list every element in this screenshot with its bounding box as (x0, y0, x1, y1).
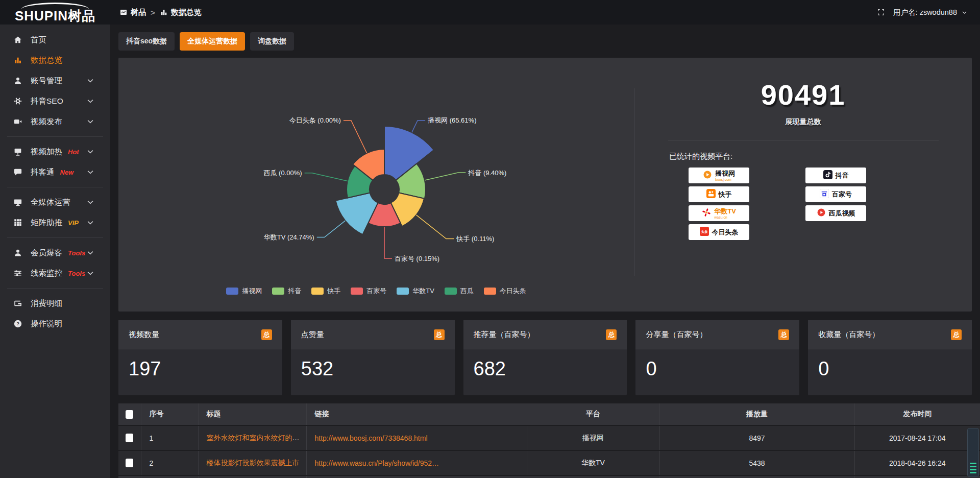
sidebar-item-label: 线索监控 (31, 268, 62, 279)
total-impressions-value: 90491 (761, 78, 846, 111)
sidebar: 首页数据总览账号管理抖音SEO视频发布视频加热Hot抖客通New全媒体运营矩阵助… (0, 25, 110, 478)
stat-cards-row: 视频数量总197点赞量总532推荐量（百家号）总682分享量（百家号）总0收藏量… (118, 320, 972, 395)
grid-icon (13, 218, 22, 227)
platform-logo-百家号[interactable]: 百家号 (805, 186, 866, 202)
topbar: SHUPIN树品 树品>数据总览 用户名: zswodun88 (0, 0, 980, 25)
chevron-down-icon[interactable] (961, 9, 968, 16)
total-badge[interactable]: 总 (434, 329, 445, 340)
legend-label: 华数TV (412, 286, 434, 296)
chevron-down-icon[interactable] (86, 198, 95, 207)
widget-bar (970, 463, 976, 464)
legend-item-抖音[interactable]: 抖音 (272, 286, 301, 296)
row-checkbox[interactable] (126, 459, 133, 467)
video-title-link[interactable]: 室外水纹灯和室内水纹灯的区别和简介 (207, 434, 307, 442)
breadcrumb-item[interactable]: 树品 (119, 8, 146, 17)
platform-logo-播视网[interactable]: 播视网boosj.com (689, 168, 749, 183)
sidebar-item-video-heat[interactable]: 视频加热Hot (0, 141, 110, 162)
sidebar-item-media-ops[interactable]: 全媒体运营 (0, 192, 110, 212)
sidebar-item-badge: Hot (68, 148, 79, 156)
video-url-link[interactable]: http://www.boosj.com/7338468.html (315, 434, 428, 442)
pie-label-line (344, 121, 367, 153)
app-root: SHUPIN树品 树品>数据总览 用户名: zswodun88 首页数据总览账号… (0, 0, 980, 478)
breadcrumb-label: 树品 (131, 8, 146, 17)
sidebar-item-label: 视频发布 (31, 116, 62, 127)
total-badge[interactable]: 总 (778, 329, 789, 340)
sidebar-item-leads-monitor[interactable]: 线索监控Tools (0, 263, 110, 283)
col-header[interactable]: 标题 (198, 403, 306, 425)
tab-media-ops-data[interactable]: 全媒体运营数据 (180, 32, 245, 51)
legend-swatch (397, 288, 409, 295)
pie-slice-华数TV[interactable] (336, 193, 378, 235)
legend-item-播视网[interactable]: 播视网 (226, 286, 262, 296)
gear-icon (13, 97, 22, 106)
sidebar-item-video-publish[interactable]: 视频发布 (0, 111, 110, 132)
app-logo[interactable]: SHUPIN树品 (0, 2, 110, 23)
chevron-down-icon[interactable] (86, 147, 95, 156)
chevron-down-icon[interactable] (86, 76, 95, 85)
total-badge[interactable]: 总 (606, 329, 617, 340)
col-header[interactable]: 序号 (141, 403, 198, 425)
platform-logo-华数TV[interactable]: 华数TVwasu.cn (689, 205, 749, 221)
sidebar-item-account-manage[interactable]: 账号管理 (0, 70, 110, 91)
pie-label-line (425, 173, 465, 180)
stat-card-title: 收藏量（百家号） (818, 330, 879, 340)
bar-chart-icon (13, 56, 22, 65)
sidebar-item-member-burst[interactable]: 会员爆客Tools (0, 243, 110, 263)
video-title-link[interactable]: 楼体投影灯投影效果震撼上市 (207, 459, 300, 467)
cell-time: 2018-04-26 16:24 (854, 450, 980, 475)
platform-logo-今日头条[interactable]: 头条今日头条 (689, 224, 749, 240)
sidebar-item-label: 账号管理 (31, 76, 62, 86)
stat-card-header: 点赞量总 (291, 320, 455, 349)
chevron-down-icon[interactable] (86, 117, 95, 126)
sidebar-item-help[interactable]: ?操作说明 (0, 314, 110, 334)
sidebar-item-douketong[interactable]: 抖客通New (0, 162, 110, 182)
sidebar-item-data-overview[interactable]: 数据总览 (0, 50, 110, 70)
chevron-down-icon[interactable] (86, 168, 95, 177)
floating-widget[interactable] (967, 428, 979, 477)
pie-label-line (384, 227, 392, 258)
platform-name: 播视网 (715, 170, 735, 177)
legend-item-今日头条[interactable]: 今日头条 (484, 286, 526, 296)
stat-card-title: 推荐量（百家号） (474, 330, 535, 340)
select-all-checkbox[interactable] (126, 410, 133, 419)
row-checkbox[interactable] (126, 434, 133, 442)
tab-douyin-seo-data[interactable]: 抖音seo数据 (118, 32, 175, 51)
total-badge[interactable]: 总 (261, 329, 272, 340)
sidebar-item-label: 视频加热 (31, 147, 62, 157)
fullscreen-icon[interactable] (877, 8, 885, 16)
total-impressions-label: 展现量总数 (786, 117, 821, 127)
platform-glyph (817, 208, 826, 219)
sidebar-item-home[interactable]: 首页 (0, 30, 110, 50)
col-header[interactable]: 播放量 (659, 403, 854, 425)
chevron-down-icon[interactable] (86, 248, 95, 257)
legend-item-快手[interactable]: 快手 (311, 286, 340, 296)
tab-inquiry-data[interactable]: 询盘数据 (250, 32, 294, 51)
col-header[interactable]: 链接 (306, 403, 527, 425)
sidebar-item-badge: Tools (68, 270, 85, 277)
chevron-down-icon[interactable] (86, 218, 95, 227)
home-icon (13, 35, 22, 44)
logo-text-cn: 树品 (68, 8, 95, 23)
total-badge[interactable]: 总 (951, 329, 962, 340)
breadcrumb-separator: > (151, 8, 155, 17)
sidebar-item-spend-detail[interactable]: 消费明细 (0, 293, 110, 314)
chevron-down-icon[interactable] (86, 97, 95, 106)
legend-item-百家号[interactable]: 百家号 (351, 286, 386, 296)
platform-logo-抖音[interactable]: 抖音 (805, 168, 866, 183)
member-icon (13, 248, 22, 257)
platform-name: 百家号 (832, 191, 852, 198)
legend-item-西瓜[interactable]: 西瓜 (445, 286, 474, 296)
rose-pie-chart[interactable]: 播视网 (65.61%)抖音 (9.40%)快手 (0.11%)百家号 (0.1… (118, 58, 634, 312)
platform-logo-快手[interactable]: 快手 (689, 186, 749, 202)
col-header[interactable]: 平台 (527, 403, 659, 425)
sidebar-item-matrix-boost[interactable]: 矩阵助推VIP (0, 212, 110, 233)
col-header[interactable]: 发布时间 (854, 403, 980, 425)
breadcrumb-item[interactable]: 数据总览 (160, 8, 202, 17)
platform-logo-西瓜视频[interactable]: 西瓜视频 (805, 205, 866, 221)
username-label[interactable]: 用户名: zswodun88 (893, 8, 957, 17)
sidebar-item-douyin-seo[interactable]: 抖音SEO (0, 91, 110, 111)
platform-glyph (706, 189, 716, 200)
chevron-down-icon[interactable] (86, 269, 95, 278)
legend-item-华数TV[interactable]: 华数TV (397, 286, 434, 296)
video-url-link[interactable]: http://www.wasu.cn/Play/show/id/952… (315, 459, 439, 467)
